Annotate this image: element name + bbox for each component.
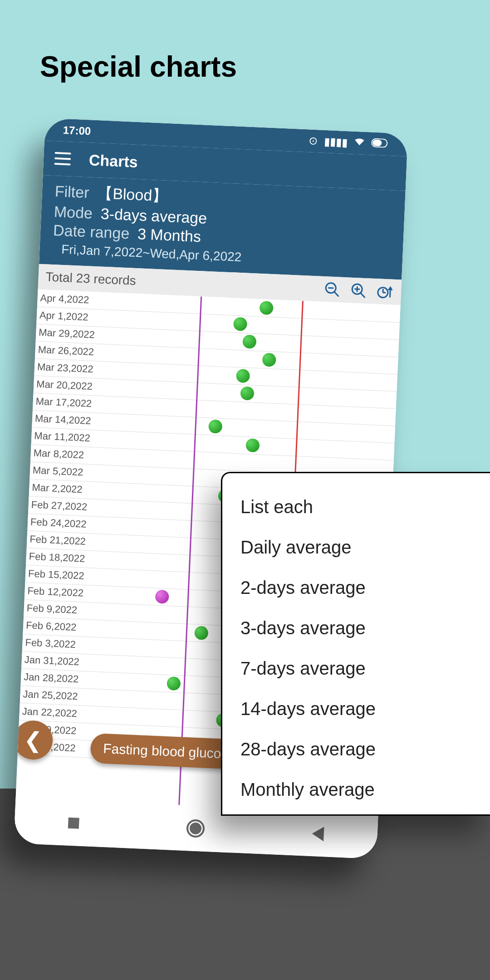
range-label: Date range [53, 221, 130, 242]
wifi-icon [354, 136, 365, 150]
chart-settings: Filter 【Blood】 Mode 3-days average Date … [39, 175, 406, 280]
svg-rect-1 [372, 140, 382, 147]
y-tick-label: Apr 1,2022 [39, 309, 88, 323]
mode-option[interactable]: 2-days average [240, 568, 485, 608]
mode-option[interactable]: 14-days average [240, 689, 485, 729]
y-tick-label: Feb 21,2022 [29, 533, 86, 547]
alarm-icon: ⊙ [309, 134, 318, 147]
mode-option[interactable]: 3-days average [240, 608, 485, 648]
y-tick-label: Mar 5,2022 [33, 465, 83, 479]
appbar-title: Charts [88, 151, 138, 171]
svg-line-8 [357, 286, 358, 292]
y-tick-label: Feb 15,2022 [28, 568, 85, 582]
home-icon[interactable] [186, 819, 205, 838]
y-tick-label: Feb 24,2022 [30, 516, 87, 530]
y-tick-label: Mar 2,2022 [32, 481, 83, 495]
svg-line-6 [360, 293, 365, 298]
y-tick-label: Feb 6,2022 [26, 619, 77, 633]
mode-option[interactable]: Monthly average [240, 769, 485, 810]
y-tick-label: Mar 17,2022 [35, 396, 92, 410]
filter-label: Filter [54, 182, 89, 201]
y-tick-label: Mar 26,2022 [38, 344, 94, 358]
y-tick-label: Feb 3,2022 [25, 637, 76, 651]
svg-line-3 [334, 292, 338, 296]
y-tick-label: Mar 29,2022 [39, 327, 95, 341]
zoom-out-icon[interactable] [323, 280, 342, 299]
page-title: Special charts [40, 50, 237, 83]
mode-option[interactable]: 28-days average [240, 729, 485, 769]
mode-popup: List eachDaily average2-days average3-da… [221, 472, 490, 816]
y-tick-label: Jan 28,2022 [24, 671, 79, 685]
range-value: 3 Months [137, 225, 201, 245]
y-tick-label: Feb 18,2022 [29, 550, 85, 564]
signal-icon: ▮▮▮▮ [324, 135, 348, 149]
mode-label: Mode [54, 203, 93, 222]
y-tick-label: Apr 4,2022 [40, 292, 89, 306]
y-tick-label: Jan 31,2022 [24, 654, 79, 668]
filter-value: 【Blood】 [97, 183, 168, 207]
mode-option[interactable]: List each [240, 487, 485, 527]
y-tick-label: Mar 23,2022 [37, 361, 93, 375]
zoom-in-icon[interactable] [349, 281, 368, 300]
y-tick-label: Jan 25,2022 [23, 688, 78, 702]
y-tick-label: Feb 12,2022 [27, 585, 84, 599]
y-tick-label: Jan 22,2022 [22, 706, 77, 720]
y-tick-label: Feb 9,2022 [26, 602, 77, 616]
records-summary: Total 23 records [45, 270, 136, 288]
sort-time-icon[interactable] [375, 282, 394, 301]
mode-option[interactable]: Daily average [240, 527, 485, 568]
y-tick-label: Mar 8,2022 [33, 447, 84, 461]
y-tick-label: Mar 20,2022 [36, 378, 93, 392]
y-tick-label: Mar 11,2022 [34, 430, 91, 444]
y-tick-label: Mar 14,2022 [35, 413, 92, 427]
status-time: 17:00 [63, 124, 91, 138]
menu-icon[interactable] [54, 152, 71, 166]
mode-option[interactable]: 7-days average [240, 648, 485, 689]
svg-line-4 [328, 288, 333, 289]
back-icon[interactable] [312, 826, 324, 841]
battery-icon [371, 137, 390, 151]
recent-apps-icon[interactable] [68, 818, 79, 829]
y-tick-label: Feb 27,2022 [31, 499, 88, 513]
